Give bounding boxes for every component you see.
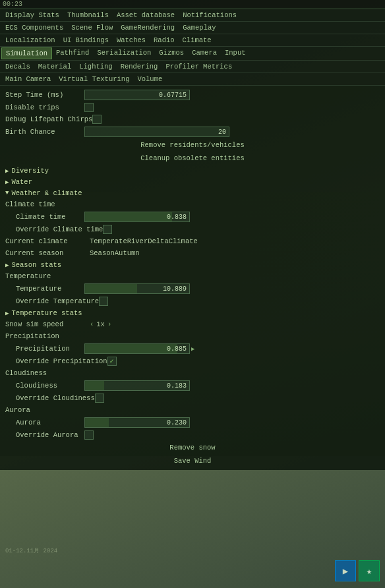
menu-volume[interactable]: Volume <box>133 74 166 84</box>
menu-serialization[interactable]: Serialization <box>93 47 155 59</box>
menu-gameplay[interactable]: Gameplay <box>179 22 220 33</box>
menu-virtual-texturing[interactable]: Virtual Texturing <box>55 74 133 84</box>
birth-chance-row: Birth Chance <box>5 125 380 138</box>
remove-residents-row: Remove residents/vehicles <box>5 138 380 152</box>
temperature-value: 10.889 <box>163 285 187 293</box>
cloudiness-section-label: Cloudiness <box>5 369 84 377</box>
remove-snow-button[interactable]: Remove snow <box>169 442 215 453</box>
override-temp-checkbox[interactable] <box>99 297 108 306</box>
menu-scene-flow[interactable]: Scene Flow <box>67 22 117 33</box>
menu-gamerendering[interactable]: GameRendering <box>117 22 179 33</box>
temperature-row: Temperature 10.889 <box>5 282 380 295</box>
clock: 00:23 <box>3 1 22 8</box>
remove-residents-button[interactable]: Remove residents/vehicles <box>140 140 245 150</box>
aurora-label: Aurora <box>5 419 84 426</box>
precipitation-value: 0.885 <box>167 345 187 353</box>
override-precip-label: Override Precipitation <box>5 357 107 365</box>
water-arrow-icon: ▶ <box>5 179 9 186</box>
override-aurora-label: Override Aurora <box>5 431 84 439</box>
precipitation-label: Precipitation <box>5 345 84 353</box>
cloudiness-label: Cloudiness <box>5 382 84 390</box>
weather-section[interactable]: ▼ Weather & climate <box>5 187 380 198</box>
save-wind-button[interactable]: Save Wind <box>174 456 212 466</box>
menu-asset-database[interactable]: Asset database <box>113 10 179 20</box>
menu-notifications[interactable]: Notifications <box>179 10 241 20</box>
current-climate-label: Current climate <box>5 237 84 245</box>
cloudiness-slider[interactable]: 0.183 <box>84 380 190 391</box>
menu-material[interactable]: Material <box>34 61 75 72</box>
nav-icon-1[interactable]: ▶ <box>335 560 356 581</box>
aurora-value: 0.230 <box>167 419 187 426</box>
nav-icon-2-symbol: ★ <box>367 566 372 577</box>
cloudiness-value: 0.183 <box>167 382 187 390</box>
disable-trips-checkbox[interactable] <box>84 103 94 112</box>
nav-icon-1-symbol: ▶ <box>343 566 348 577</box>
diversity-label: Diversity <box>11 167 49 175</box>
step-time-label: Step Time (ms) <box>5 91 84 99</box>
current-season-label: Current season <box>5 249 84 257</box>
disable-trips-row: Disable trips <box>5 102 380 113</box>
season-stats-arrow-icon: ▶ <box>5 262 9 269</box>
menu-watches[interactable]: Watches <box>113 35 150 45</box>
current-season-value: SeasonAutumn <box>90 249 140 257</box>
disable-trips-label: Disable trips <box>5 103 84 111</box>
birth-chance-input[interactable] <box>84 127 229 137</box>
menu-camera[interactable]: Camera <box>188 47 221 59</box>
water-label: Water <box>11 178 32 186</box>
water-section[interactable]: ▶ Water <box>5 176 380 187</box>
menu-display-stats[interactable]: Display Stats <box>1 10 63 20</box>
current-season-row: Current season SeasonAutumn <box>5 247 380 259</box>
climate-time-slider[interactable]: 0.838 <box>84 212 190 222</box>
override-temp-label: Override Temperature <box>5 297 99 305</box>
season-stats-section[interactable]: ▶ Season stats <box>5 259 380 270</box>
menu-localization[interactable]: Localization <box>1 35 59 45</box>
menu-profiler-metrics[interactable]: Profiler Metrics <box>162 61 236 72</box>
override-aurora-checkbox[interactable] <box>84 430 94 440</box>
snow-sim-row: Snow sim speed ‹ 1x › <box>5 318 380 330</box>
override-precip-row: Override Precipitation <box>5 355 380 367</box>
aurora-slider[interactable]: 0.230 <box>84 417 190 428</box>
snow-sim-next-button[interactable]: › <box>107 320 111 328</box>
menu-rendering[interactable]: Rendering <box>117 61 162 72</box>
menu-row-6: Main Camera Virtual Texturing Volume <box>0 73 385 86</box>
menu-gizmos[interactable]: Gizmos <box>155 47 188 59</box>
step-time-row: Step Time (ms) <box>5 88 380 102</box>
menu-radio[interactable]: Radio <box>150 35 179 45</box>
override-cloudiness-checkbox[interactable] <box>95 394 104 403</box>
menu-ecs-components[interactable]: ECS Components <box>1 22 67 33</box>
nav-icon-2[interactable]: ★ <box>359 560 380 581</box>
menu-main-camera[interactable]: Main Camera <box>1 74 55 84</box>
override-aurora-row: Override Aurora <box>5 429 380 441</box>
precipitation-arrow-icon: ▶ <box>191 345 194 353</box>
menu-input[interactable]: Input <box>221 47 250 59</box>
menu-thumbnails[interactable]: Thumbnails <box>63 10 113 20</box>
menu-lighting[interactable]: Lighting <box>75 61 116 72</box>
aurora-section-label: Aurora <box>5 406 84 414</box>
diversity-section[interactable]: ▶ Diversity <box>5 165 380 176</box>
menu-decals[interactable]: Decals <box>1 61 34 72</box>
content-panel: Step Time (ms) Disable trips Debug Lifep… <box>0 86 385 470</box>
menu-row-3: Localization UI Bindings Watches Radio C… <box>0 34 385 47</box>
temperature-section-label: Temperature <box>5 272 84 280</box>
override-climate-checkbox[interactable] <box>103 225 112 234</box>
menu-panel: Display Stats Thumbnails Asset database … <box>0 9 385 86</box>
precipitation-section-label: Precipitation <box>5 332 84 340</box>
snow-sim-prev-button[interactable]: ‹ <box>90 320 94 328</box>
temperature-slider[interactable]: 10.889 <box>84 283 190 294</box>
menu-ui-bindings[interactable]: UI Bindings <box>59 35 113 45</box>
climate-time-row: Climate time 0.838 <box>5 210 380 223</box>
temp-stats-section[interactable]: ▶ Temperature stats <box>5 307 380 318</box>
season-stats-label: Season stats <box>11 261 61 269</box>
precipitation-slider[interactable]: 0.885 <box>84 343 190 354</box>
snow-sim-control: ‹ 1x › <box>90 320 111 328</box>
temp-stats-arrow-icon: ▶ <box>5 310 9 317</box>
menu-climate[interactable]: Climate <box>179 35 216 45</box>
step-time-input[interactable] <box>84 90 190 100</box>
menu-pathfind[interactable]: Pathfind <box>52 47 93 59</box>
override-climate-label: Override Climate time <box>5 225 103 233</box>
menu-simulation[interactable]: Simulation <box>1 47 52 59</box>
menu-row-4: Simulation Pathfind Serialization Gizmos… <box>0 47 385 61</box>
cleanup-obsolete-button[interactable]: Cleanup obsolete entities <box>140 153 245 163</box>
override-precip-checkbox[interactable] <box>107 357 117 366</box>
debug-lifepath-checkbox[interactable] <box>92 115 102 124</box>
